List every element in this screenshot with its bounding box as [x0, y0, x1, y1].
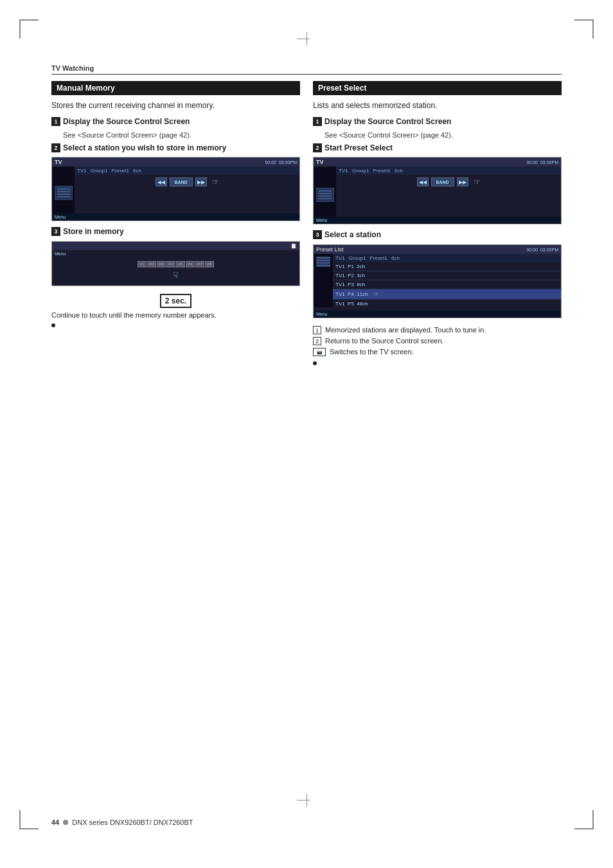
step3-heading: Store in memory	[63, 226, 124, 237]
manual-screen1: TV 00:00 03:00PM	[51, 157, 300, 221]
screen1-right: TV1 Group1 Preset1 6ch ◀◀ BAND ▶▶ ☞	[75, 167, 299, 219]
ctrl-prev: ◀◀	[155, 177, 167, 186]
screen1-menu: Menu	[52, 213, 299, 221]
step2-num: 2	[51, 143, 60, 152]
screen1-label: TV	[55, 159, 62, 165]
mem-p1: P1	[138, 261, 147, 267]
memory-bar-container: P1 P2 P3 P4 P5 P6 P7 P8 ☟	[52, 257, 299, 284]
note-3-icon: 📷	[313, 348, 326, 356]
preset-list-topbar-right: 00:00 03:00PM	[526, 248, 558, 252]
mem-p5: P5	[176, 261, 185, 267]
preset-screen1-time2: 03:00PM	[540, 160, 558, 165]
preset-step1: 1 Display the Source Control Screen	[313, 116, 562, 127]
manual-memory-title: Manual Memory	[57, 84, 115, 93]
preset-list-screen: Preset List 00:00 03:00PM	[313, 244, 562, 318]
step1-heading-text: Display the Source Control Screen	[63, 117, 190, 126]
nav-group1: Group1	[91, 168, 108, 174]
note-2-num: 2	[313, 337, 321, 345]
mem-p3: P3	[157, 261, 166, 267]
screen1-topbar: TV 00:00 03:00PM	[52, 158, 299, 167]
list-item-1[interactable]: TV1 P1 2ch	[333, 262, 561, 271]
step2-heading-text: Select a station you wish to store in me…	[63, 143, 226, 152]
step1-heading: Display the Source Control Screen	[63, 116, 190, 127]
note-2: 2 Returns to the Source Control screen.	[313, 337, 562, 345]
preset-step2-heading: Start Preset Select	[324, 143, 393, 154]
preset-select-description: Lists and selects memorized station.	[313, 100, 562, 111]
reg-mark-tr	[574, 19, 594, 39]
preset-step2-heading-text: Start Preset Select	[324, 143, 393, 152]
preset-ctrl-next: ▶▶	[457, 177, 468, 186]
preset-list-topbar: Preset List 00:00 03:00PM	[314, 245, 561, 254]
preset-step3: 3 Select a station	[313, 230, 562, 240]
preset-screen1-topbar-right: 00:00 03:00PM	[526, 160, 558, 165]
preset-list-time2: 03:00PM	[540, 248, 558, 252]
mem-p2: P2	[147, 261, 156, 267]
preset-list-items: TV1 P1 2ch TV1 P2 3ch TV1 P3 8ch TV1 P4 …	[333, 262, 561, 307]
ctrl-next: ▶▶	[195, 177, 207, 186]
note-2-text: Returns to the Source Control screen.	[325, 337, 444, 345]
mem-p8: P8	[205, 261, 214, 267]
preset-step1-num: 1	[313, 117, 322, 126]
screen1-controls: ◀◀ BAND ▶▶ ☞	[75, 175, 299, 189]
page-footer: 44 DNX series DNX9260BT/ DNX7260BT	[51, 818, 562, 826]
nav-tv1: TV1	[77, 168, 87, 174]
tv-image	[55, 186, 73, 200]
preset-screen1-label: TV	[316, 159, 324, 165]
preset-nav-6ch: 6ch	[395, 168, 403, 174]
step2-heading: Select a station you wish to store in me…	[63, 143, 226, 154]
footer-dot	[63, 820, 68, 825]
mem-p7: P7	[195, 261, 204, 267]
preset-list-nav: TV1 Group1 Preset1 6ch	[333, 254, 561, 262]
screen1-left-panel	[52, 167, 75, 219]
section-header: TV Watching	[51, 64, 562, 75]
plist-nav-preset1: Preset1	[369, 255, 387, 261]
preset-tv-image	[316, 188, 334, 202]
page-number: 44	[51, 818, 59, 826]
screen2-corner-icon: 📋	[290, 243, 297, 249]
screen1-time: 00:00	[265, 160, 276, 165]
preset-list-tv-lines	[317, 257, 330, 266]
preset-select-title: Preset Select	[318, 84, 366, 93]
screen2-topbar: 📋	[52, 242, 299, 250]
preset-list-tv-thumb	[316, 257, 330, 267]
manual-step2: 2 Select a station you wish to store in …	[51, 143, 300, 154]
preset-screen1: TV 00:00 03:00PM TV1	[313, 157, 562, 224]
list-item-2[interactable]: TV1 P2 3ch	[333, 271, 561, 280]
preset-step3-num: 3	[313, 230, 322, 239]
list-item-4-finger: ☞	[373, 291, 379, 298]
manual-memory-column: Manual Memory Stores the current receivi…	[51, 81, 300, 365]
preset-finger-icon: ☞	[474, 177, 481, 186]
footer-series: DNX series DNX9260BT/ DNX7260BT	[72, 818, 193, 826]
nav-preset1: Preset1	[111, 168, 129, 174]
list-item-5[interactable]: TV1 P5 48ch	[333, 300, 561, 307]
page-content: TV Watching Manual Memory Stores the cur…	[51, 64, 562, 804]
note-3: 📷 Switches to the TV screen.	[313, 348, 562, 356]
preset-list-content: TV1 Group1 Preset1 6ch TV1 P1 2ch TV1 P2…	[333, 254, 561, 307]
preset-step1-sub: See <Source Control Screen> (page 42).	[324, 131, 562, 139]
plist-nav-group1: Group1	[349, 255, 366, 261]
screen1-nav: TV1 Group1 Preset1 6ch	[75, 167, 299, 175]
preset-step3-heading: Select a station	[324, 230, 381, 240]
manual-screen2: 📋 Menu P1 P2 P3 P4 P5 P6 P7 P8	[51, 241, 300, 286]
note-1-num: 1	[313, 326, 321, 334]
note-1-text: Memorized stations are displayed. Touch …	[325, 326, 486, 334]
mem-p4: P4	[166, 261, 175, 267]
sec-badge-container: 2 sec.	[51, 291, 300, 308]
section-title: TV Watching	[51, 64, 94, 72]
step3-num: 3	[51, 227, 60, 236]
preset-screen1-right: TV1 Group1 Preset1 6ch ◀◀ BAND ▶▶ ☞	[336, 167, 561, 222]
bullet-dot-right	[313, 361, 317, 365]
preset-screen1-time: 00:00	[526, 160, 538, 165]
screen1-time2: 03:00PM	[279, 160, 297, 165]
preset-select-column: Preset Select Lists and selects memorize…	[313, 81, 562, 365]
memory-bar: P1 P2 P3 P4 P5 P6 P7 P8	[55, 261, 297, 267]
note-1: 1 Memorized stations are displayed. Touc…	[313, 326, 562, 334]
preset-list-time: 00:00	[526, 248, 538, 252]
two-column-layout: Manual Memory Stores the current receivi…	[51, 81, 562, 365]
preset-step3-heading-text: Select a station	[324, 230, 381, 239]
list-item-4[interactable]: TV1 P4 11ch ☞	[333, 289, 561, 300]
list-item-3[interactable]: TV1 P3 8ch	[333, 280, 561, 289]
preset-step2: 2 Start Preset Select	[313, 143, 562, 154]
preset-ctrl-band: BAND	[431, 177, 454, 186]
preset-nav-preset1: Preset1	[373, 168, 391, 174]
